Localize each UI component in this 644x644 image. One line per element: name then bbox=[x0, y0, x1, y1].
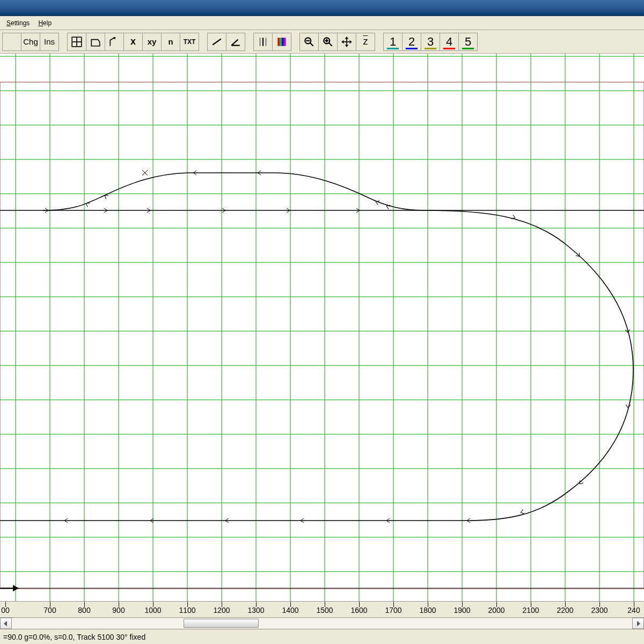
horizontal-scrollbar[interactable] bbox=[0, 617, 644, 629]
scroll-left-button[interactable] bbox=[0, 618, 12, 629]
menu-bar: Settings Help bbox=[0, 16, 644, 30]
layer-1-button[interactable]: 1 bbox=[383, 33, 402, 51]
layer-5-button[interactable]: 5 bbox=[458, 33, 478, 51]
chevron-left-icon bbox=[4, 621, 8, 626]
window-titlebar bbox=[0, 0, 644, 16]
polygon-point-icon bbox=[108, 36, 120, 48]
svg-line-98 bbox=[626, 405, 628, 408]
svg-marker-116 bbox=[637, 621, 640, 626]
ruler-label: 1300 bbox=[247, 606, 264, 614]
layer-3-button[interactable]: 3 bbox=[421, 33, 440, 51]
toolbar-unknown-1[interactable] bbox=[2, 33, 21, 51]
txt-button[interactable]: TXT bbox=[180, 33, 199, 51]
ruler-label: 1000 bbox=[144, 606, 161, 614]
svg-line-4 bbox=[213, 39, 221, 45]
toolbar: Chg Ins x xy n TXT bbox=[0, 30, 644, 54]
svg-line-91 bbox=[512, 215, 516, 218]
ruler-label: 1400 bbox=[282, 606, 298, 614]
lines-icon bbox=[257, 36, 269, 48]
ins-button[interactable]: Ins bbox=[40, 33, 59, 51]
ruler-label: 1600 bbox=[350, 606, 367, 614]
status-text: =90.0 g=0.0%, s=0.0, Track 5100 30° fixe… bbox=[3, 633, 145, 641]
ruler-label: 00 bbox=[1, 606, 10, 614]
lines-display-button[interactable] bbox=[253, 33, 273, 51]
ruler-label: 1100 bbox=[179, 606, 195, 614]
svg-rect-8 bbox=[277, 38, 280, 46]
toolbar-group-lines bbox=[207, 33, 245, 51]
ruler-label: 900 bbox=[112, 606, 125, 614]
shape-icon bbox=[90, 36, 101, 48]
menu-help-label: elp bbox=[43, 19, 52, 27]
grid-icon bbox=[71, 36, 83, 48]
svg-line-16 bbox=[329, 43, 332, 46]
ruler-label: 1500 bbox=[316, 606, 333, 614]
menu-settings[interactable]: Settings bbox=[2, 18, 34, 28]
ruler-label: 2100 bbox=[522, 606, 539, 614]
svg-marker-23 bbox=[341, 40, 343, 43]
polygon-point-button[interactable] bbox=[105, 33, 124, 51]
zoom-out-icon bbox=[303, 36, 315, 48]
ruler-label: 700 bbox=[43, 606, 56, 614]
zoom-out-button[interactable] bbox=[299, 33, 319, 51]
boundary-rect bbox=[0, 82, 644, 589]
ruler-label: 800 bbox=[78, 606, 90, 614]
zoom-in-button[interactable] bbox=[318, 33, 338, 51]
spectrum-icon bbox=[276, 36, 288, 48]
toolbar-group-color bbox=[253, 33, 291, 51]
line-icon bbox=[211, 36, 223, 48]
toolbar-group-layers: 1 2 3 4 5 bbox=[383, 33, 477, 51]
zoom-in-icon bbox=[322, 36, 334, 48]
xy-button[interactable]: xy bbox=[142, 33, 162, 51]
ruler-label: 1700 bbox=[385, 606, 401, 614]
scrollbar-track[interactable] bbox=[12, 618, 632, 629]
horizontal-ruler: 0070080090010001100120013001400150016001… bbox=[0, 601, 644, 617]
svg-marker-115 bbox=[4, 621, 7, 626]
spectrum-button[interactable] bbox=[272, 33, 291, 51]
ruler-label: 2300 bbox=[591, 606, 608, 614]
toolbar-group-edit: Chg Ins bbox=[2, 33, 58, 51]
angle-button[interactable] bbox=[226, 33, 245, 51]
svg-rect-9 bbox=[280, 38, 282, 46]
ruler-label: 1800 bbox=[419, 606, 436, 614]
ruler-label: 1900 bbox=[453, 606, 470, 614]
svg-line-13 bbox=[310, 43, 313, 46]
canvas-svg bbox=[0, 54, 644, 601]
line-button[interactable] bbox=[207, 33, 226, 51]
ruler-label: 1200 bbox=[213, 606, 230, 614]
svg-line-79 bbox=[386, 206, 390, 209]
layer-4-button[interactable]: 4 bbox=[440, 33, 459, 51]
svg-rect-10 bbox=[282, 38, 284, 46]
ruler-label: 240 bbox=[627, 606, 640, 614]
menu-settings-label: ettings bbox=[11, 19, 30, 27]
status-bar: =90.0 g=0.0%, s=0.0, Track 5100 30° fixe… bbox=[0, 629, 644, 644]
toolbar-group-zoom: z bbox=[299, 33, 375, 51]
toolbar-group-shapes: x xy n TXT bbox=[67, 33, 199, 51]
z-level-button[interactable]: z bbox=[356, 33, 375, 51]
pan-icon bbox=[341, 36, 353, 48]
grid-button[interactable] bbox=[67, 33, 86, 51]
svg-marker-24 bbox=[350, 40, 352, 43]
svg-marker-22 bbox=[345, 45, 349, 47]
svg-rect-11 bbox=[284, 38, 286, 46]
chevron-right-icon bbox=[636, 621, 640, 626]
menu-help[interactable]: Help bbox=[34, 18, 56, 28]
design-canvas[interactable]: 0070080090010001100120013001400150016001… bbox=[0, 54, 644, 617]
angle-icon bbox=[230, 36, 241, 48]
n-button[interactable]: n bbox=[161, 33, 180, 51]
scroll-right-button[interactable] bbox=[632, 618, 644, 629]
x-button[interactable]: x bbox=[123, 33, 143, 51]
ruler-label: 2200 bbox=[557, 606, 573, 614]
chg-button[interactable]: Chg bbox=[21, 33, 40, 51]
ruler-label: 2000 bbox=[488, 606, 504, 614]
scrollbar-thumb[interactable] bbox=[184, 619, 259, 628]
layer-2-button[interactable]: 2 bbox=[402, 33, 421, 51]
shape-button[interactable] bbox=[86, 33, 105, 51]
svg-line-102 bbox=[520, 510, 524, 513]
pan-button[interactable] bbox=[337, 33, 356, 51]
svg-marker-21 bbox=[345, 36, 349, 39]
svg-rect-3 bbox=[114, 37, 115, 39]
